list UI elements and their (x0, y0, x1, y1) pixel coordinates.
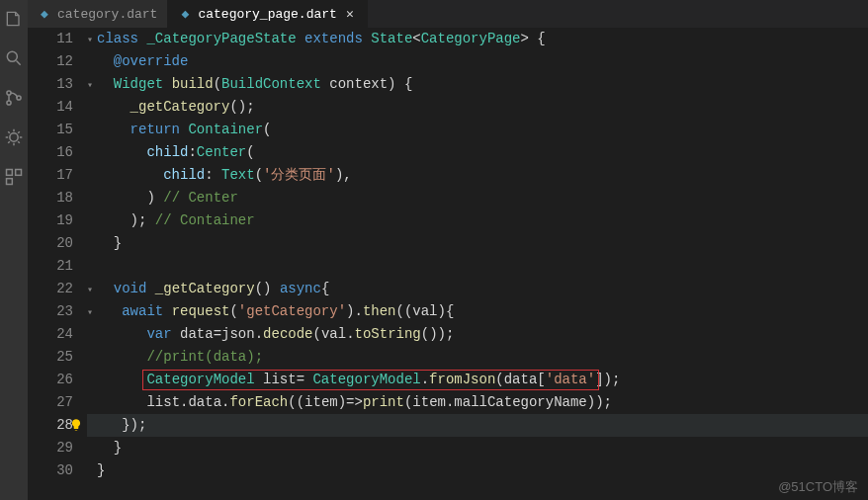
line-number: 24 (28, 323, 73, 346)
code-line[interactable]: ▾ void _getCategory() async{ (87, 278, 868, 300)
line-number: 13 (28, 73, 73, 96)
code-line[interactable]: child:Center( (87, 141, 868, 164)
tab-label: category_page.dart (198, 7, 336, 22)
line-number: 23 (28, 300, 73, 323)
watermark: @51CTO博客 (778, 478, 858, 496)
lightbulb-icon[interactable] (69, 417, 83, 431)
line-number: 22 (28, 278, 73, 300)
line-number: 27 (28, 391, 73, 414)
svg-rect-6 (16, 170, 22, 176)
line-number: 20 (28, 232, 73, 255)
code-line[interactable]: } (87, 232, 868, 255)
line-number: 11 (28, 28, 73, 50)
source-control-icon[interactable] (3, 87, 25, 109)
main-area: ◆ category.dart ◆ category_page.dart ✕ 1… (28, 0, 868, 500)
files-icon[interactable] (3, 8, 25, 30)
svg-point-1 (7, 91, 11, 95)
line-number: 21 (28, 255, 73, 278)
extensions-icon[interactable] (3, 166, 25, 188)
line-number: 29 (28, 437, 73, 459)
debug-icon[interactable] (3, 126, 25, 148)
svg-rect-5 (7, 170, 13, 176)
activity-bar (0, 0, 28, 500)
code-editor[interactable]: 1112131415161718192021222324252627282930… (28, 28, 868, 500)
fold-icon[interactable]: ▾ (87, 301, 97, 324)
dart-file-icon: ◆ (38, 7, 51, 21)
tab-category-dart[interactable]: ◆ category.dart (28, 0, 168, 28)
code-line[interactable]: CategoryModel list= CategoryModel.fromJs… (87, 369, 868, 391)
line-number: 14 (28, 96, 73, 119)
code-line[interactable] (87, 255, 868, 278)
line-number: 25 (28, 346, 73, 369)
tabs-bar: ◆ category.dart ◆ category_page.dart ✕ (28, 0, 868, 28)
code-line[interactable]: ▾ Widget build(BuildContext context) { (87, 73, 868, 96)
svg-rect-7 (7, 179, 13, 185)
code-line[interactable]: }); (87, 414, 868, 437)
line-number: 16 (28, 141, 73, 164)
svg-point-0 (7, 51, 17, 61)
code-line[interactable]: _getCategory(); (87, 96, 868, 119)
line-number: 28 (28, 414, 73, 437)
line-number: 19 (28, 209, 73, 232)
code-line[interactable]: //print(data); (87, 346, 868, 369)
fold-icon[interactable]: ▾ (87, 279, 97, 301)
line-number: 17 (28, 164, 73, 187)
code-line[interactable]: @override (87, 50, 868, 73)
fold-icon[interactable]: ▾ (87, 29, 97, 51)
code-line[interactable]: } (87, 437, 868, 459)
code-line[interactable]: ); // Container (87, 209, 868, 232)
svg-point-4 (10, 133, 18, 141)
svg-point-2 (7, 101, 11, 105)
dart-file-icon: ◆ (178, 7, 192, 21)
line-number: 15 (28, 119, 73, 141)
line-number: 18 (28, 187, 73, 209)
line-number: 26 (28, 369, 73, 391)
code-line[interactable]: child: Text('分类页面'), (87, 164, 868, 187)
code-area[interactable]: ▾class _CategoryPageState extends State<… (87, 28, 868, 500)
code-line[interactable]: ▾ await request('getCategory').then((val… (87, 300, 868, 323)
code-line[interactable]: ) // Center (87, 187, 868, 209)
search-icon[interactable] (3, 47, 25, 69)
code-line[interactable]: var data=json.decode(val.toString()); (87, 323, 868, 346)
code-line[interactable]: ▾class _CategoryPageState extends State<… (87, 28, 868, 50)
code-line[interactable]: return Container( (87, 119, 868, 141)
tab-label: category.dart (57, 7, 157, 22)
close-icon[interactable]: ✕ (343, 7, 357, 21)
line-number: 30 (28, 459, 73, 482)
code-line[interactable]: } (87, 459, 868, 482)
tab-category-page-dart[interactable]: ◆ category_page.dart ✕ (168, 0, 367, 28)
fold-icon[interactable]: ▾ (87, 74, 97, 97)
code-line[interactable]: list.data.forEach((item)=>print(item.mal… (87, 391, 868, 414)
line-number: 12 (28, 50, 73, 73)
